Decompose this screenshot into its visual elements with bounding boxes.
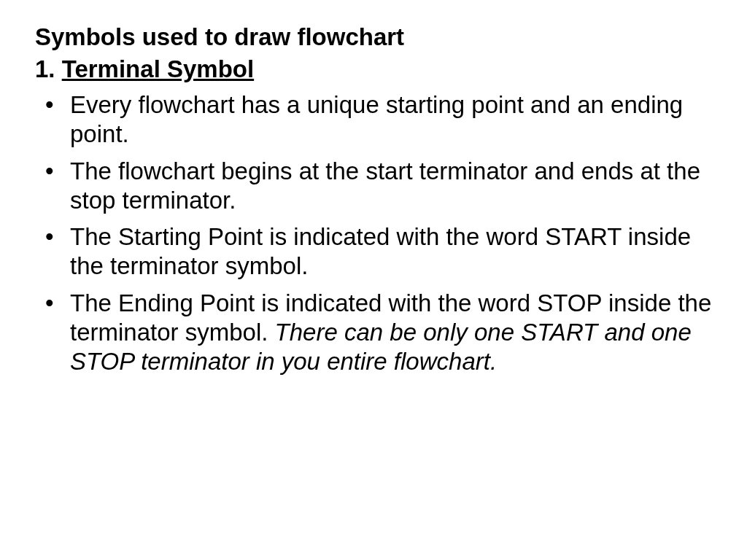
bullet-text: The flowchart begins at the start termin… — [70, 158, 700, 214]
subheading-number: 1. — [35, 55, 62, 82]
bullet-list: Every flowchart has a unique starting po… — [35, 90, 712, 376]
list-item: The Ending Point is indicated with the w… — [35, 289, 712, 377]
subheading-title: Terminal Symbol — [62, 55, 254, 82]
subheading: 1. Terminal Symbol — [35, 55, 712, 83]
bullet-text: The Starting Point is indicated with the… — [70, 223, 691, 279]
bullet-text: Every flowchart has a unique starting po… — [70, 91, 683, 147]
main-heading: Symbols used to draw flowchart — [35, 23, 712, 51]
list-item: The flowchart begins at the start termin… — [35, 157, 712, 216]
list-item: Every flowchart has a unique starting po… — [35, 90, 712, 149]
list-item: The Starting Point is indicated with the… — [35, 222, 712, 281]
